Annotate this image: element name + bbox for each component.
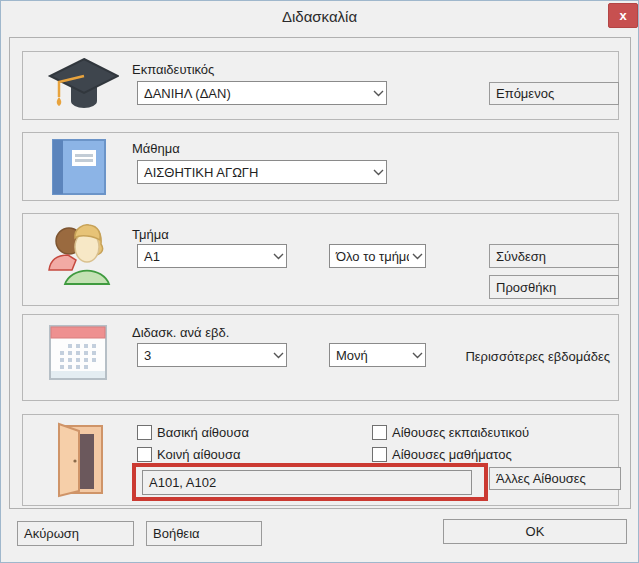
subject-label: Μάθημα [132,141,180,156]
checkbox-box [372,425,387,440]
dialog-title: Διδασκαλία [1,8,638,25]
periods-select[interactable]: 3 [137,343,287,367]
next-button[interactable]: Επόμενος [489,82,619,105]
class-selected-value: A1 [138,249,270,264]
periods-label: Διδασκ. ανά εβδ. [132,325,229,340]
ok-button[interactable]: OK [443,519,627,544]
subject-select[interactable]: ΑΙΣΘΗΤΙΚΗ ΑΓΩΓΗ [137,160,387,184]
main-room-checkbox[interactable]: Βασική αίθουσα [137,425,249,440]
book-icon [50,138,108,196]
teacher-selected-value: ΔΑΝΙΗΛ (ΔΑΝ) [138,86,370,101]
content-panel: Εκπαιδευτικός ΔΑΝΙΗΛ (ΔΑΝ) Επόμενος Μάθη… [9,37,631,509]
rooms-groupbox: Βασική αίθουσα Κοινή αίθουσα Αίθουσες εκ… [22,414,619,506]
class-scope-value: Όλο το τμήμα [330,249,409,264]
door-icon [50,421,106,499]
students-icon [46,222,112,288]
class-select[interactable]: A1 [137,244,287,268]
subject-rooms-checkbox[interactable]: Αίθουσες μαθήματος [372,447,512,462]
class-label: Τμήμα [132,227,169,242]
teacher-rooms-checkbox[interactable]: Αίθουσες εκπαιδευτικού [372,425,529,440]
help-button[interactable]: Βοήθεια [146,521,262,546]
calendar-icon [48,323,108,383]
graduation-cap-icon [45,57,119,115]
add-button[interactable]: Προσθήκη [489,275,619,299]
teaching-dialog: Διδασκαλία x Εκπαιδευτικός ΔΑΝΙΗΛ (ΔΑΝ) … [0,0,639,563]
chevron-down-icon [370,169,386,176]
teacher-groupbox: Εκπαιδευτικός ΔΑΝΙΗΛ (ΔΑΝ) Επόμενος [22,51,619,120]
teacher-select[interactable]: ΔΑΝΙΗΛ (ΔΑΝ) [137,81,387,105]
chevron-down-icon [270,352,286,359]
connect-button[interactable]: Σύνδεση [489,244,619,268]
chevron-down-icon [409,253,425,260]
other-rooms-button[interactable]: Άλλες Αίθουσες [489,467,621,490]
teacher-rooms-label: Αίθουσες εκπαιδευτικού [392,425,529,440]
rooms-input[interactable]: A101, A102 [142,470,472,495]
checkbox-box [137,447,152,462]
chevron-down-icon [370,90,386,97]
rooms-value: A101, A102 [143,475,216,490]
cancel-button[interactable]: Ακύρωση [17,521,134,546]
more-weeks-link[interactable]: Περισσότερες εβδομάδες [465,349,610,364]
checkbox-box [372,447,387,462]
teacher-label: Εκπαιδευτικός [132,62,214,77]
subject-rooms-label: Αίθουσες μαθήματος [392,447,512,462]
close-button[interactable]: x [608,3,638,28]
close-icon: x [619,8,626,23]
periods-groupbox: Διδασκ. ανά εβδ. 3 Μονή Περισσότερες εβδ… [22,314,619,401]
chevron-down-icon [270,253,286,260]
periods-selected-value: 3 [138,348,270,363]
week-parity-value: Μονή [330,348,409,363]
week-parity-select[interactable]: Μονή [329,343,426,367]
chevron-down-icon [409,352,425,359]
class-groupbox: Τμήμα A1 Όλο το τμήμα Σύνδεση Προσθήκη [22,213,619,306]
shared-room-label: Κοινή αίθουσα [157,447,240,462]
subject-groupbox: Μάθημα ΑΙΣΘΗΤΙΚΗ ΑΓΩΓΗ [22,132,619,201]
subject-selected-value: ΑΙΣΘΗΤΙΚΗ ΑΓΩΓΗ [138,165,370,180]
main-room-label: Βασική αίθουσα [157,425,249,440]
checkbox-box [137,425,152,440]
class-scope-select[interactable]: Όλο το τμήμα [329,244,426,268]
shared-room-checkbox[interactable]: Κοινή αίθουσα [137,447,240,462]
